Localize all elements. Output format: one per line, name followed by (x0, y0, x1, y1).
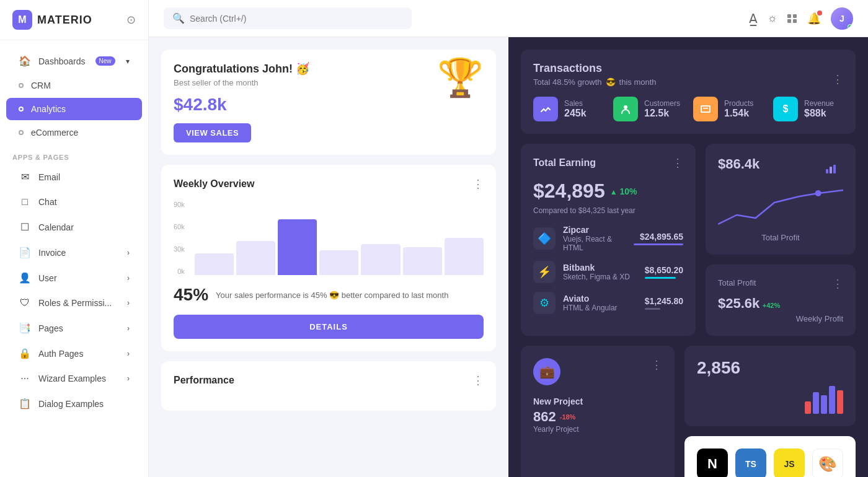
mini-bar (837, 390, 843, 414)
revenue-label: Revenue (804, 99, 834, 108)
project-value-row: 862 -18% (533, 409, 662, 425)
sidebar-label-invoice: Invoice (38, 248, 66, 258)
bitbank-progress (645, 277, 676, 279)
grid-apps-icon[interactable] (787, 14, 797, 23)
customers-value: 12.5k (644, 108, 680, 119)
sidebar-item-roles[interactable]: 🛡 Roles & Permissi... › (6, 291, 142, 315)
dashboard: Congratulations John! 🥳 Best seller of t… (149, 37, 868, 477)
details-button[interactable]: DETAILS (174, 315, 484, 339)
sidebar-item-analytics[interactable]: Analytics (6, 98, 142, 120)
profit-value-area: $86.4k (718, 156, 760, 172)
chevron-right-icon: › (127, 299, 130, 307)
transactions-subtitle: Total 48.5% growth 😎 this month (533, 77, 657, 87)
notification-icon[interactable]: 🔔 (807, 12, 821, 25)
sidebar-item-invoice[interactable]: 📄 Invoice › (6, 240, 142, 265)
sidebar-label-analytics: Analytics (31, 104, 66, 114)
earning-compare: Compared to $84,325 last year (533, 206, 683, 215)
translate-icon[interactable]: A̲ (749, 11, 758, 26)
project-count-row: 💼 ⋮ New Project 862 -18% Yearly Project … (521, 346, 856, 477)
earning-menu-icon[interactable]: ⋮ (672, 156, 683, 170)
topbar: 🔍 A̲ ☼ 🔔 J (149, 0, 868, 37)
mini-bars (697, 383, 843, 414)
sidebar-label-ecommerce: eCommerce (31, 128, 78, 138)
weekly-profit-menu-icon[interactable]: ⋮ (832, 277, 843, 291)
zipcar-name: Zipcar (563, 225, 626, 235)
sidebar-toggle-icon[interactable]: ⊙ (126, 13, 136, 27)
search-input[interactable] (190, 14, 403, 24)
email-icon: ✉ (19, 171, 31, 183)
next-logo[interactable]: N (697, 449, 728, 477)
profit-line-chart (718, 181, 843, 230)
new-badge: New (95, 56, 115, 66)
trophy-icon: 🏆 (437, 56, 484, 100)
sidebar-item-chat[interactable]: □ Chat (6, 190, 142, 214)
dot-icon (19, 83, 24, 88)
sidebar: M MATERIO ⊙ 🏠 Dashboards New ▾ CRM Analy… (0, 0, 149, 477)
pages-icon: 📑 (19, 322, 31, 334)
search-box[interactable]: 🔍 (164, 7, 412, 29)
theme-icon[interactable]: ☼ (768, 12, 778, 25)
search-icon: 🔍 (172, 12, 185, 24)
chart-bar[interactable] (278, 219, 317, 275)
chevron-right-icon: › (127, 374, 130, 383)
sidebar-item-dashboards[interactable]: 🏠 Dashboards New ▾ (6, 49, 142, 73)
sidebar-item-wizard[interactable]: ··· Wizard Examples › (6, 367, 142, 390)
weekly-menu-icon[interactable]: ⋮ (472, 177, 484, 191)
weekly-profit-card: Total Profit ⋮ $25.6k +42% Weekly Profit (706, 265, 856, 336)
sidebar-item-pages[interactable]: 📑 Pages › (6, 316, 142, 340)
notification-dot (817, 11, 822, 15)
transactions-header-row: Transactions Total 48.5% growth 😎 this m… (533, 62, 843, 97)
sidebar-label-wizard: Wizard Examples (38, 374, 106, 383)
sidebar-item-email[interactable]: ✉ Email (6, 165, 142, 189)
main-content: 🔍 A̲ ☼ 🔔 J (149, 0, 868, 477)
chart-bar[interactable] (361, 244, 400, 275)
total-earning-card: Total Earning ⋮ $24,895 ▲ 10% Compared t… (521, 144, 696, 336)
transactions-menu-icon[interactable]: ⋮ (832, 72, 843, 86)
logo-text: MATERIO (37, 14, 92, 27)
revenue-value: $88k (804, 108, 834, 119)
sidebar-item-dialog[interactable]: 📋 Dialog Examples (6, 392, 142, 416)
project-icon: 💼 (533, 358, 560, 385)
sidebar-item-ecommerce[interactable]: eCommerce (6, 121, 142, 144)
weekly-profit-value: $25.6k (718, 295, 760, 311)
dot-icon (19, 130, 24, 135)
bitbank-logo: ⚡ (533, 261, 556, 283)
earning-amount: $24,895 ▲ 10% (533, 180, 683, 203)
mini-bar (829, 386, 835, 414)
sales-value: 245k (564, 108, 587, 119)
typescript-logo[interactable]: TS (735, 449, 766, 477)
chart-bar[interactable] (319, 250, 358, 275)
tech-logos-card: N TS JS 🎨 (684, 436, 856, 477)
project-sublabel: Yearly Project (533, 425, 662, 434)
project-menu-icon[interactable]: ⋮ (651, 358, 662, 372)
lock-icon: 🔒 (19, 348, 31, 359)
chevron-down-icon: ▾ (126, 57, 130, 66)
sidebar-item-user[interactable]: 👤 User › (6, 266, 142, 290)
perf-menu-icon[interactable]: ⋮ (472, 374, 484, 387)
chart-bar[interactable] (403, 247, 442, 275)
mini-bar (821, 395, 827, 414)
profit-cards-col: $86.4k (706, 144, 856, 336)
chart-bar[interactable] (236, 241, 275, 275)
javascript-logo[interactable]: JS (774, 449, 805, 477)
bitbank-desc: Sketch, Figma & XD (563, 273, 637, 281)
avatar[interactable]: J (831, 7, 853, 30)
zipcar-amount: $24,895.65 (634, 232, 683, 242)
count-card: 2,856 (684, 346, 856, 426)
mini-stat: Total Profit ⋮ $25.6k +42% Weekly Profit (718, 277, 843, 323)
bars-container (195, 201, 484, 275)
chart-bar[interactable] (195, 253, 234, 275)
sidebar-item-auth[interactable]: 🔒 Auth Pages › (6, 341, 142, 365)
products-value: 1.54k (724, 108, 753, 119)
view-sales-button[interactable]: VIEW SALES (174, 123, 251, 142)
sidebar-item-crm[interactable]: CRM (6, 74, 142, 97)
weekly-overview-title: Weekly Overview (174, 178, 254, 190)
aviato-progress (645, 308, 660, 310)
figma-logo[interactable]: 🎨 (812, 449, 843, 477)
chart-bar[interactable] (445, 238, 484, 275)
logo-icon: M (12, 10, 32, 30)
chat-icon: □ (19, 196, 31, 208)
trans-item-aviato: ⚙ Aviato HTML & Angular $1,245.80 (533, 292, 683, 314)
logo-area: M MATERIO ⊙ (0, 0, 148, 40)
sidebar-item-calendar[interactable]: ☐ Calendar (6, 215, 142, 239)
